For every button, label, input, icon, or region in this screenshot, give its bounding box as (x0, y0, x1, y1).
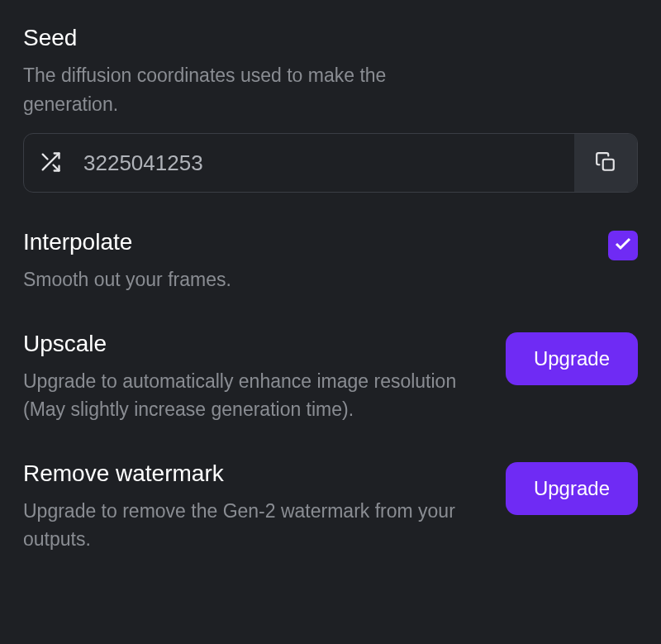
seed-input[interactable] (77, 134, 574, 192)
upscale-upgrade-button[interactable]: Upgrade (506, 332, 638, 385)
remove-watermark-upgrade-button[interactable]: Upgrade (506, 462, 638, 515)
svg-rect-0 (603, 159, 614, 169)
shuffle-icon (39, 150, 62, 176)
shuffle-button[interactable] (24, 134, 77, 192)
upscale-description: Upgrade to automatically enhance image r… (23, 367, 461, 424)
upscale-section: Upscale Upgrade to automatically enhance… (23, 331, 638, 424)
interpolate-title: Interpolate (23, 229, 608, 255)
interpolate-section: Interpolate Smooth out your frames. (23, 229, 638, 294)
seed-section: Seed The diffusion coordinates used to m… (23, 25, 638, 193)
seed-title: Seed (23, 25, 638, 51)
remove-watermark-section: Remove watermark Upgrade to remove the G… (23, 460, 638, 554)
interpolate-checkbox[interactable] (608, 231, 638, 260)
seed-input-row (23, 133, 638, 193)
copy-icon (595, 151, 616, 175)
copy-button[interactable] (574, 134, 637, 192)
seed-description: The diffusion coordinates used to make t… (23, 61, 461, 118)
checkmark-icon (613, 234, 633, 257)
interpolate-description: Smooth out your frames. (23, 265, 461, 294)
remove-watermark-description: Upgrade to remove the Gen-2 watermark fr… (23, 497, 461, 554)
remove-watermark-title: Remove watermark (23, 460, 506, 487)
upscale-title: Upscale (23, 331, 506, 357)
